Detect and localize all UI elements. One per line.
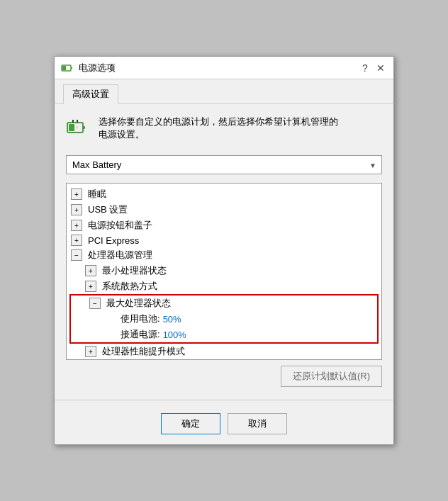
battery-illustration	[66, 116, 91, 141]
tree-label-cpu-min: 最小处理器状态	[102, 264, 167, 277]
bottom-divider	[55, 400, 393, 400]
tree-item-sleep[interactable]: +睡眠	[67, 186, 381, 202]
tree-label-cpu-thermal: 系统散热方式	[102, 280, 157, 293]
tree-value-cpu-max-ac: 100%	[163, 330, 186, 340]
tree-item-cpu-boost[interactable]: +处理器性能提升模式	[67, 344, 381, 359]
restore-defaults-button[interactable]: 还原计划默认值(R)	[281, 366, 382, 387]
tree-value-cpu-max-battery: 50%	[163, 314, 181, 325]
plan-dropdown-wrapper: Max Battery ▼	[66, 155, 382, 174]
tree-label-power-button: 电源按钮和盖子	[88, 219, 152, 232]
tree-item-cpu-thermal[interactable]: +系统散热方式	[67, 278, 381, 294]
tree-item-power-button[interactable]: +电源按钮和盖子	[67, 218, 381, 233]
description-box: 选择你要自定义的电源计划，然后选择你希望计算机管理的 电源设置。	[66, 113, 382, 144]
svg-rect-5	[69, 124, 74, 131]
close-button[interactable]: ✕	[374, 61, 388, 75]
tree-label-usb: USB 设置	[88, 203, 128, 216]
tree-label-cpu-boost: 处理器性能提升模式	[102, 345, 185, 358]
tab-advanced[interactable]: 高级设置	[63, 84, 118, 104]
tree-item-cpu-max[interactable]: −最大处理器状态	[71, 295, 377, 311]
action-row: 还原计划默认值(R)	[66, 360, 382, 391]
tree-item-pci[interactable]: +PCI Express	[67, 233, 381, 247]
power-icon	[60, 61, 74, 75]
tree-expander-cpu-mgmt[interactable]: −	[71, 249, 82, 261]
tree-expander-cpu-thermal[interactable]: +	[85, 281, 96, 292]
dialog-title: 电源选项	[79, 62, 358, 74]
tree-expander-pci[interactable]: +	[71, 235, 82, 246]
title-controls: ? ✕	[358, 61, 388, 75]
tree-expander-cpu-max[interactable]: −	[89, 298, 101, 309]
tree-item-cpu-min[interactable]: +最小处理器状态	[67, 263, 381, 278]
svg-rect-2	[62, 66, 66, 70]
tree-item-cpu-mgmt[interactable]: −处理器电源管理	[67, 247, 381, 263]
svg-rect-1	[71, 67, 72, 69]
tree-label-sleep: 睡眠	[88, 188, 106, 201]
help-button[interactable]: ?	[358, 61, 372, 75]
svg-rect-4	[83, 126, 85, 129]
tab-bar: 高级设置	[55, 79, 393, 104]
settings-tree[interactable]: +睡眠+USB 设置+电源按钮和盖子+PCI Express−处理器电源管理+最…	[66, 183, 382, 360]
content-area: 选择你要自定义的电源计划，然后选择你希望计算机管理的 电源设置。 Max Bat…	[55, 104, 393, 400]
tree-expander-sleep[interactable]: +	[71, 188, 82, 200]
tree-expander-usb[interactable]: +	[71, 204, 82, 215]
tree-list: +睡眠+USB 设置+电源按钮和盖子+PCI Express−处理器电源管理+最…	[67, 186, 381, 360]
footer-buttons: 确定 取消	[55, 407, 393, 444]
tree-item-cpu-max-battery[interactable]: 使用电池:50%	[71, 311, 377, 327]
tree-item-usb[interactable]: +USB 设置	[67, 202, 381, 218]
plan-dropdown[interactable]: Max Battery	[66, 155, 382, 174]
tree-item-cpu-max-ac[interactable]: 接通电源:100%	[71, 327, 377, 342]
tree-expander-cpu-boost[interactable]: +	[85, 346, 96, 357]
title-bar: 电源选项 ? ✕	[55, 57, 393, 79]
power-options-dialog: 电源选项 ? ✕ 高级设置	[54, 56, 394, 445]
tree-label-cpu-max-battery: 使用电池:	[121, 313, 160, 325]
tree-label-cpu-mgmt: 处理器电源管理	[88, 249, 152, 261]
tree-label-cpu-max-ac: 接通电源:	[121, 328, 160, 341]
tree-label-cpu-max: 最大处理器状态	[106, 297, 171, 310]
description-text: 选择你要自定义的电源计划，然后选择你希望计算机管理的 电源设置。	[99, 116, 338, 141]
tree-label-pci: PCI Express	[88, 235, 139, 246]
ok-button[interactable]: 确定	[161, 413, 220, 434]
cancel-button[interactable]: 取消	[228, 413, 287, 434]
plan-dropdown-container: Max Battery ▼	[66, 155, 382, 174]
tree-expander-power-button[interactable]: +	[71, 220, 82, 231]
tree-expander-cpu-min[interactable]: +	[85, 265, 96, 276]
